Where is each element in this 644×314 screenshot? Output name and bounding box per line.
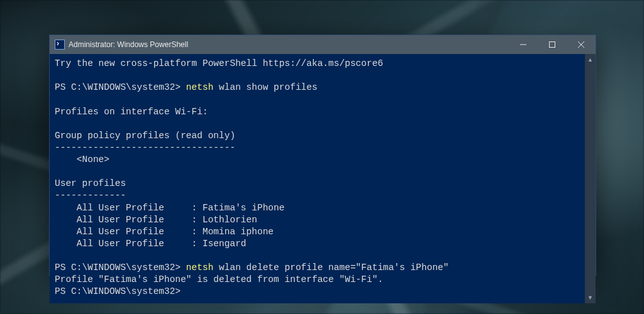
prompt-3: PS C:\WINDOWS\system32>	[55, 286, 180, 296]
prompt-1: PS C:\WINDOWS\system32>	[55, 82, 186, 92]
scroll-down-arrow-icon[interactable]: ▼	[585, 293, 596, 303]
gp-header: Group policy profiles (read only)	[55, 131, 235, 141]
titlebar[interactable]: Administrator: Windows PowerShell	[50, 35, 596, 54]
cmd2-keyword: netsh	[186, 263, 214, 273]
maximize-button[interactable]	[538, 35, 567, 54]
profile-row: All User Profile : Lothlorien	[55, 215, 257, 225]
maximize-icon	[549, 41, 555, 48]
scroll-up-arrow-icon[interactable]: ▲	[585, 54, 596, 65]
profile-row: All User Profile : Momina iphone	[55, 227, 274, 237]
svg-rect-0	[550, 42, 555, 48]
prompt-2: PS C:\WINDOWS\system32>	[55, 263, 186, 273]
delete-result: Profile "Fatima's iPhone" is deleted fro…	[55, 274, 383, 284]
client-area: Try the new cross-platform PowerShell ht…	[50, 54, 596, 303]
up-header: User profiles	[55, 178, 126, 188]
cmd1-keyword: netsh	[186, 82, 214, 92]
powershell-window: Administrator: Windows PowerShell Try th…	[49, 35, 596, 276]
cmd2-rest: wlan delete profile name="Fatima's iPhon…	[213, 263, 448, 273]
window-title: Administrator: Windows PowerShell	[69, 40, 188, 49]
banner-line: Try the new cross-platform PowerShell ht…	[55, 58, 383, 68]
interface-header: Profiles on interface Wi-Fi:	[55, 107, 208, 117]
terminal-output[interactable]: Try the new cross-platform PowerShell ht…	[50, 54, 585, 303]
powershell-icon	[55, 40, 65, 50]
minimize-icon	[520, 41, 526, 48]
gp-separator: ---------------------------------	[55, 143, 235, 153]
profile-row: All User Profile : Isengard	[55, 239, 247, 249]
cmd1-rest: wlan show profiles	[213, 82, 317, 92]
close-button[interactable]	[567, 35, 596, 54]
close-icon	[578, 41, 584, 48]
profile-row: All User Profile : Fatima's iPhone	[55, 203, 284, 213]
minimize-button[interactable]	[509, 35, 538, 54]
up-separator: -------------	[55, 190, 126, 200]
vertical-scrollbar[interactable]: ▲ ▼	[585, 54, 596, 303]
gp-none: <None>	[55, 154, 109, 165]
